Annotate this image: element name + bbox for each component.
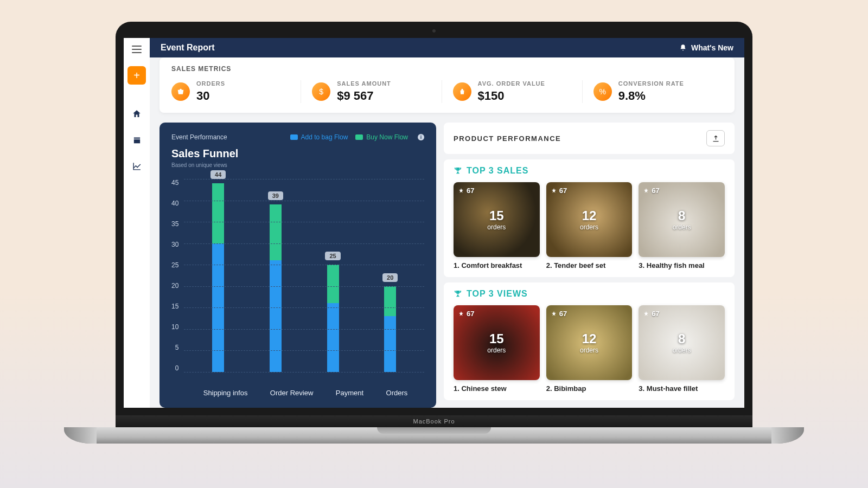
product-image: 6712orders [546, 182, 633, 257]
app-screen: + Event Report What's New [124, 38, 744, 408]
metric-avg-order: AVG. ORDER VALUE$150 [442, 80, 583, 103]
bar-group: 39 [270, 204, 282, 372]
bar-group: 44 [212, 183, 224, 372]
card-center: 12orders [580, 208, 598, 231]
product-image: 6715orders [454, 182, 540, 257]
orders-icon [171, 82, 190, 101]
sales-metrics-title: SALES METRICS [171, 65, 723, 73]
event-performance-label: Event Performance [171, 133, 227, 141]
hamburger-icon[interactable] [132, 46, 142, 53]
chart-title: Sales Funnel [171, 147, 424, 160]
content: SALES METRICS ORDERS30 $ SALES AMOUNT$9 … [150, 57, 744, 408]
legend-label: Buy Now Flow [366, 133, 408, 141]
card-badge: 67 [551, 187, 567, 195]
metric-sales-amount: $ SALES AMOUNT$9 567 [301, 80, 442, 103]
x-tick: Order Review [270, 389, 313, 397]
section-title: TOP 3 SALES [454, 166, 725, 176]
grid-line [184, 265, 424, 265]
bar-total-label: 44 [210, 170, 226, 179]
x-tick: Orders [386, 389, 408, 397]
legend-label: Add to bag Flow [301, 133, 348, 141]
card-badge: 67 [643, 310, 659, 318]
whats-new-button[interactable]: What's New [679, 43, 733, 52]
panels-row: Event Performance Add to bag Flow Buy No… [159, 123, 735, 408]
legend-blue: Add to bag Flow [290, 133, 348, 141]
metric-label: CONVERSION RATE [618, 80, 684, 87]
product-performance-header: PRODUCT PERFORMANCE [444, 123, 735, 154]
bar-segment-blue [327, 303, 339, 372]
grid-line [184, 350, 424, 351]
upload-icon [712, 134, 720, 143]
section-title: TOP 3 VIEWS [454, 289, 725, 299]
whats-new-label: What's New [691, 43, 733, 52]
card-center: 15orders [487, 208, 506, 231]
main-area: Event Report What's New SALES METRICS OR… [150, 38, 744, 408]
y-tick: 20 [171, 282, 178, 290]
info-icon[interactable]: i [418, 134, 424, 140]
card-center: 8orders [673, 208, 691, 231]
grid-line [184, 372, 424, 373]
event-performance-panel: Event Performance Add to bag Flow Buy No… [159, 123, 436, 408]
calendar-icon[interactable] [131, 134, 142, 145]
bar-segment-green [384, 286, 396, 316]
trophy-icon [454, 166, 462, 175]
trackpad-notch [377, 427, 491, 434]
card-center: 12orders [580, 331, 598, 354]
y-tick: 10 [171, 323, 178, 331]
laptop-base [64, 427, 804, 444]
bag-icon [453, 82, 471, 101]
y-tick: 0 [175, 364, 179, 372]
grid-line [184, 179, 424, 179]
legend-swatch-blue [290, 134, 298, 140]
product-card[interactable]: 6715orders1. Comfort breakfast [454, 182, 540, 269]
x-tick: Payment [336, 389, 363, 397]
bar-segment-blue [384, 316, 396, 372]
chart-icon[interactable] [131, 160, 142, 171]
x-tick: Shipping infos [203, 389, 248, 397]
grid-line [184, 201, 424, 201]
sales-metrics-card: SALES METRICS ORDERS30 $ SALES AMOUNT$9 … [159, 57, 735, 113]
x-axis: Shipping infosOrder ReviewPaymentOrders [171, 381, 424, 397]
screen-bezel: + Event Report What's New [116, 22, 752, 415]
metric-label: SALES AMOUNT [337, 80, 391, 87]
bar-total-label: 20 [382, 273, 398, 282]
y-tick: 45 [171, 179, 178, 187]
product-card[interactable]: 678orders3. Healthy fish meal [639, 182, 725, 269]
card-badge: 67 [643, 187, 659, 195]
metric-value: 9.8% [618, 89, 684, 103]
device-label: MacBook Pro [116, 415, 752, 427]
card-badge: 67 [458, 187, 474, 195]
bar-segment-green [212, 183, 224, 243]
product-card[interactable]: 6712orders2. Bibimbap [546, 305, 633, 393]
add-button[interactable]: + [127, 66, 146, 85]
product-card[interactable]: 6712orders2. Tender beef set [546, 182, 633, 269]
product-card[interactable]: 678orders3. Must-have fillet [639, 305, 725, 393]
bar-segment-green [270, 204, 282, 260]
grid-line [184, 222, 424, 222]
product-card[interactable]: 6715orders1. Chinese stew [454, 305, 540, 393]
bar-total-label: 25 [325, 252, 340, 260]
y-tick: 15 [171, 303, 178, 310]
product-name: 1. Comfort breakfast [454, 261, 540, 269]
bar-segment-blue [270, 260, 282, 372]
bars-container: 44392520 [184, 179, 424, 372]
home-icon[interactable] [131, 108, 142, 119]
top3-section: TOP 3 SALES6715orders1. Comfort breakfas… [444, 159, 735, 277]
card-badge: 67 [551, 310, 567, 318]
product-sections: TOP 3 SALES6715orders1. Comfort breakfas… [444, 159, 735, 400]
metric-label: ORDERS [196, 80, 225, 87]
legend-green: Buy Now Flow [355, 133, 408, 141]
product-image: 6715orders [454, 305, 540, 380]
sidebar: + [124, 38, 150, 408]
product-name: 3. Must-have fillet [639, 384, 725, 393]
export-button[interactable] [706, 130, 725, 146]
bar-segment-green [327, 265, 339, 303]
chart-body: 454035302520151050 44392520 [171, 179, 424, 381]
grid-line [184, 329, 424, 330]
dollar-icon: $ [312, 82, 330, 101]
grid-line [184, 286, 424, 287]
metric-value: $150 [478, 89, 545, 103]
grid-line [184, 243, 424, 244]
product-name: 3. Healthy fish meal [639, 261, 725, 269]
card-center: 8orders [673, 331, 691, 354]
